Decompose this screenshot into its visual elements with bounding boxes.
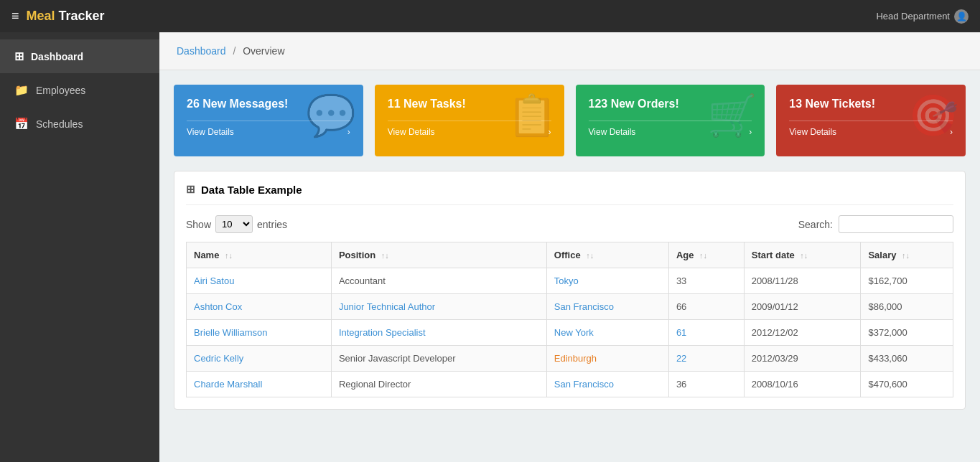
table-section-title: Data Table Example [201,184,302,196]
name-link[interactable]: Ashton Cox [194,301,242,312]
name-link[interactable]: Airi Satou [194,275,234,286]
col-position[interactable]: Position ↑↓ [331,242,546,268]
office-link[interactable]: New York [554,327,594,338]
cell-position: Junior Technical Author [331,294,546,320]
top-navbar: ≡ Meal Tracker Head Department 👤 [0,0,980,32]
cell-office: New York [546,320,668,346]
cell-position: Integration Specialist [331,320,546,346]
col-start-date-sort[interactable]: ↑↓ [800,251,808,260]
card-tasks[interactable]: 11 New Tasks! 📋 View Details › [375,85,564,156]
table-row: Airi SatouAccountantTokyo332008/11/28$16… [187,268,953,294]
cell-start-date: 2012/03/29 [744,346,861,372]
sidebar-item-employees[interactable]: 📁 Employees [0,73,159,107]
name-link[interactable]: Cedric Kelly [194,353,243,364]
sidebar-item-label-schedules: Schedules [36,118,83,130]
breadcrumb: Dashboard / Overview [159,32,980,70]
col-age-sort[interactable]: ↑↓ [699,251,707,260]
cell-position: Accountant [331,268,546,294]
search-input[interactable] [839,215,953,233]
data-table: Name ↑↓ Position ↑↓ Office ↑↓ Age [186,242,953,397]
col-name-sort[interactable]: ↑↓ [225,251,233,260]
table-row: Ashton CoxJunior Technical AuthorSan Fra… [187,294,953,320]
col-name-label: Name [194,250,219,260]
age-value: 61 [676,327,686,338]
cell-name[interactable]: Brielle Williamson [187,320,332,346]
dashboard-icon: ⊞ [14,50,24,63]
name-link[interactable]: Brielle Williamson [194,327,268,338]
card-tickets[interactable]: 13 New Tickets! 🎯 View Details › [776,85,966,156]
cell-age: 22 [668,346,744,372]
col-name[interactable]: Name ↑↓ [187,242,332,268]
card-tickets-title: 13 New Tickets! [789,98,953,110]
breadcrumb-link[interactable]: Dashboard [177,45,226,57]
cell-office: San Francisco [546,372,668,397]
table-row: Brielle WilliamsonIntegration Specialist… [187,320,953,346]
cell-office: Edinburgh [546,346,668,372]
col-office-sort[interactable]: ↑↓ [586,251,594,260]
cell-age: 66 [668,294,744,320]
cell-salary: $470,600 [861,372,953,397]
cell-age: 61 [668,320,744,346]
app-title: Meal Tracker [27,9,105,24]
col-start-date[interactable]: Start date ↑↓ [744,242,861,268]
layout: ⊞ Dashboard 📁 Employees 📅 Schedules Dash… [0,32,980,462]
search-label: Search: [798,219,833,230]
table-controls: Show 10 25 50 100 entries Search: [186,215,953,233]
app-title-rest: Tracker [55,9,105,23]
col-position-label: Position [339,250,375,260]
user-label: Head Department [876,11,950,22]
card-orders-footer[interactable]: View Details › [589,121,752,143]
col-salary[interactable]: Salary ↑↓ [861,242,953,268]
table-row: Charde MarshallRegional DirectorSan Fran… [187,372,953,397]
position-link[interactable]: Junior Technical Author [339,301,435,312]
col-office-label: Office [554,250,581,260]
cell-start-date: 2008/11/28 [744,268,861,294]
cell-start-date: 2008/10/16 [744,372,861,397]
card-tickets-footer-label: View Details [789,127,836,137]
card-tasks-footer-label: View Details [388,127,435,137]
table-controls-right: Search: [798,215,953,233]
entries-select[interactable]: 10 25 50 100 [215,215,253,233]
navbar-right: Head Department 👤 [876,9,969,24]
schedules-icon: 📅 [14,117,29,131]
sidebar-item-dashboard[interactable]: ⊞ Dashboard [0,39,159,73]
cell-name[interactable]: Cedric Kelly [187,346,332,372]
cards-row: 26 New Messages! 💬 View Details › 11 New… [159,70,980,164]
card-orders-arrow: › [749,127,752,137]
card-tickets-arrow: › [950,127,953,137]
card-messages-footer[interactable]: View Details › [187,121,350,143]
hamburger-icon[interactable]: ≡ [11,9,19,24]
col-position-sort[interactable]: ↑↓ [381,251,389,260]
cell-age: 33 [668,268,744,294]
card-messages[interactable]: 26 New Messages! 💬 View Details › [174,85,363,156]
office-link[interactable]: San Francisco [554,379,614,390]
breadcrumb-separator: / [233,45,235,57]
cell-name[interactable]: Airi Satou [187,268,332,294]
col-age[interactable]: Age ↑↓ [668,242,744,268]
table-row: Cedric KellySenior Javascript DeveloperE… [187,346,953,372]
col-office[interactable]: Office ↑↓ [546,242,668,268]
card-tasks-title: 11 New Tasks! [388,98,551,110]
card-messages-title: 26 New Messages! [187,98,350,110]
cell-office: San Francisco [546,294,668,320]
card-messages-arrow: › [347,127,350,137]
cell-start-date: 2012/12/02 [744,320,861,346]
card-tasks-footer[interactable]: View Details › [388,121,551,143]
col-salary-sort[interactable]: ↑↓ [902,251,910,260]
cell-salary: $433,060 [861,346,953,372]
card-orders[interactable]: 123 New Orders! 🛒 View Details › [576,85,765,156]
cell-name[interactable]: Charde Marshall [187,372,332,397]
card-orders-footer-label: View Details [589,127,636,137]
office-link[interactable]: Tokyo [554,275,579,286]
office-link[interactable]: Edinburgh [554,353,597,364]
cell-start-date: 2009/01/12 [744,294,861,320]
sidebar-item-label-employees: Employees [36,85,85,96]
main-content: Dashboard / Overview 26 New Messages! 💬 … [159,32,980,462]
name-link[interactable]: Charde Marshall [194,379,262,390]
card-tickets-footer[interactable]: View Details › [789,121,953,143]
sidebar-item-schedules[interactable]: 📅 Schedules [0,107,159,141]
position-link[interactable]: Integration Specialist [339,327,426,338]
cell-name[interactable]: Ashton Cox [187,294,332,320]
user-icon[interactable]: 👤 [954,9,969,24]
office-link[interactable]: San Francisco [554,301,614,312]
